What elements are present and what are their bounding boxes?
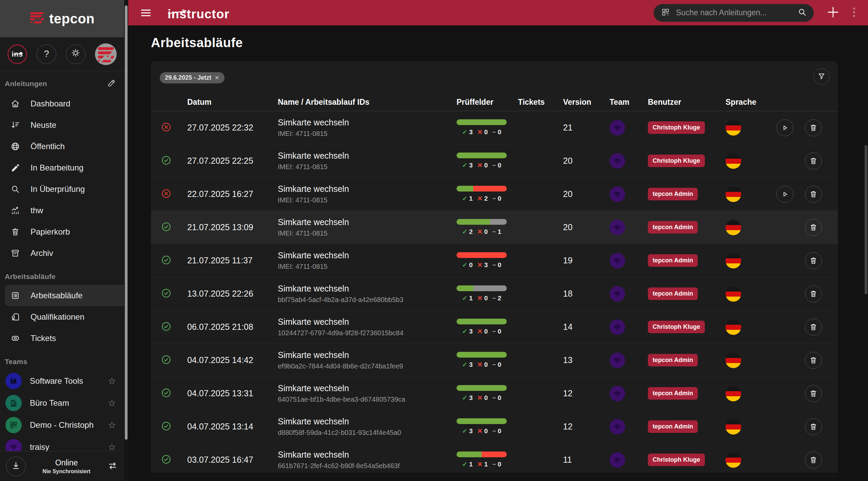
cross-icon: ✕ bbox=[477, 394, 483, 402]
page-content: Arbeitsabläufe 29.6.2025 - Jetzt ✕ Dat bbox=[128, 36, 868, 473]
stats-icon bbox=[10, 205, 20, 216]
status-ok-icon bbox=[161, 454, 171, 466]
delete-button[interactable] bbox=[805, 319, 822, 336]
table-row[interactable]: 04.07.2025 13:31 Simkarte wechseln 64075… bbox=[151, 377, 838, 410]
table-row[interactable]: 03.07.2025 16:47 Simkarte wechseln 661b7… bbox=[151, 443, 838, 477]
delete-button[interactable] bbox=[805, 452, 822, 468]
row-date: 27.07.2025 22:25 bbox=[181, 156, 272, 166]
german-flag-icon bbox=[726, 253, 741, 268]
sidebar-scrollbar[interactable] bbox=[124, 0, 128, 481]
delete-button[interactable] bbox=[805, 119, 822, 136]
settings-button[interactable] bbox=[66, 44, 85, 64]
table-row[interactable]: 21.07.2025 13:09 Simkarte wechseln IMEI:… bbox=[151, 211, 838, 244]
team-avatar bbox=[610, 186, 625, 202]
team-avatar bbox=[610, 319, 625, 335]
download-icon bbox=[11, 461, 21, 472]
delete-button[interactable] bbox=[805, 252, 822, 269]
sidebar-item-qualifikationen[interactable]: Qualifikationen bbox=[0, 306, 124, 327]
search-input[interactable] bbox=[676, 8, 791, 17]
instructor-logo-button[interactable]: ins bbox=[7, 44, 27, 64]
table-row[interactable]: 21.07.2025 11:37 Simkarte wechseln IMEI:… bbox=[151, 244, 838, 277]
sync-status: Online bbox=[26, 458, 107, 467]
team-avatar bbox=[610, 452, 625, 468]
table-row[interactable]: 27.07.2025 22:32 Simkarte wechseln IMEI:… bbox=[151, 111, 838, 144]
delete-button[interactable] bbox=[805, 352, 822, 369]
cross-icon: ✕ bbox=[477, 427, 483, 435]
row-workflow-id: ef9b0a2c-7844-4d04-8b6e-d2c74ba1fee9 bbox=[278, 362, 451, 370]
delete-button[interactable] bbox=[805, 418, 822, 435]
star-icon[interactable]: ☆ bbox=[108, 376, 116, 386]
sidebar-item-arbeitsabläufe[interactable]: Arbeitsabläufe bbox=[5, 285, 124, 306]
team-item-demo-christoph[interactable]: Demo - Christoph☆ bbox=[0, 414, 124, 436]
count-value: 0 bbox=[498, 394, 501, 402]
status-error-icon bbox=[161, 122, 171, 134]
pruffelder-counts: ✓1✕1−0 bbox=[457, 460, 507, 468]
table-row[interactable]: 27.07.2025 22:25 Simkarte wechseln IMEI:… bbox=[151, 144, 838, 178]
star-icon[interactable]: ☆ bbox=[108, 442, 116, 452]
help-button[interactable]: ? bbox=[37, 44, 56, 64]
sidebar-item-archiv[interactable]: Archiv bbox=[0, 242, 124, 264]
sidebar-item-neuste[interactable]: Neuste bbox=[0, 114, 124, 136]
column-header: Datum bbox=[181, 98, 272, 107]
table-row[interactable]: 04.07.2025 13:14 Simkarte wechseln d880f… bbox=[151, 410, 838, 443]
sidebar-item-papierkorb[interactable]: Papierkorb bbox=[0, 221, 124, 242]
card-toolbar: 29.6.2025 - Jetzt ✕ bbox=[151, 61, 838, 94]
play-button[interactable] bbox=[776, 186, 793, 203]
delete-button[interactable] bbox=[805, 186, 822, 203]
star-icon[interactable]: ☆ bbox=[108, 420, 116, 430]
pruffelder-counts: ✓3✕0−0 bbox=[457, 394, 507, 402]
bar-segment-fail bbox=[473, 186, 507, 192]
team-item-traisy[interactable]: traisy☆ bbox=[0, 436, 124, 451]
bar-segment-skip bbox=[473, 285, 507, 291]
pruffelder-progress-bar bbox=[457, 119, 507, 125]
pruffelder-progress-bar bbox=[457, 418, 507, 424]
filter-button[interactable] bbox=[813, 68, 830, 85]
team-item-software-tools[interactable]: Software Tools☆ bbox=[0, 370, 124, 392]
more-options-button[interactable] bbox=[849, 6, 859, 19]
sidebar-item-tickets[interactable]: Tickets bbox=[0, 327, 124, 349]
user-badge: Christoph Kluge bbox=[648, 454, 705, 466]
team-item-büro-team[interactable]: Büro Team☆ bbox=[0, 392, 124, 414]
table-row[interactable]: 04.07.2025 14:42 Simkarte wechseln ef9b0… bbox=[151, 344, 838, 377]
table-row[interactable]: 22.07.2025 16:27 Simkarte wechseln IMEI:… bbox=[151, 178, 838, 211]
team-name: Software Tools bbox=[30, 376, 83, 386]
sidebar-item-label: Tickets bbox=[31, 334, 56, 343]
count-value: 3 bbox=[484, 261, 488, 269]
download-button[interactable] bbox=[6, 457, 26, 476]
row-name: Simkarte wechseln bbox=[278, 417, 451, 426]
count-value: 0 bbox=[484, 361, 488, 368]
delete-button[interactable] bbox=[805, 219, 822, 236]
sidebar-item-thw[interactable]: thw bbox=[0, 200, 124, 221]
workflow-list-icon bbox=[10, 290, 20, 301]
chip-close-icon[interactable]: ✕ bbox=[215, 75, 219, 81]
search-submit-button[interactable] bbox=[797, 7, 807, 18]
sidebar-item-öffentlich[interactable]: Öffentlich bbox=[0, 136, 124, 157]
delete-button[interactable] bbox=[805, 385, 822, 402]
user-badge: tepcon Admin bbox=[648, 188, 698, 200]
star-icon[interactable]: ☆ bbox=[108, 398, 116, 408]
sync-button[interactable] bbox=[107, 460, 118, 472]
user-avatar[interactable] bbox=[95, 43, 117, 65]
row-name: Simkarte wechseln bbox=[278, 350, 451, 360]
count-value: 0 bbox=[484, 128, 488, 136]
delete-button[interactable] bbox=[805, 153, 822, 169]
date-filter-chip[interactable]: 29.6.2025 - Jetzt ✕ bbox=[160, 72, 225, 83]
hamburger-menu-button[interactable] bbox=[140, 7, 152, 19]
play-button[interactable] bbox=[776, 119, 793, 136]
sidebar-item-dashboard[interactable]: Dashboard bbox=[0, 93, 124, 114]
delete-button[interactable] bbox=[805, 285, 822, 302]
sidebar-item-in-überprüfung[interactable]: In Überprüfung bbox=[0, 178, 124, 200]
main-scrollbar-thumb[interactable] bbox=[865, 145, 867, 294]
user-badge: Christoph Kluge bbox=[648, 155, 705, 167]
pruffelder-counts: ✓3✕0−0 bbox=[457, 427, 507, 435]
pruffelder-progress-bar bbox=[457, 285, 507, 291]
edit-pencil-icon[interactable] bbox=[107, 79, 116, 89]
count-value: 3 bbox=[469, 328, 473, 335]
sidebar-item-in-bearbeitung[interactable]: In Bearbeitung bbox=[0, 157, 124, 178]
sidebar-scrollbar-thumb[interactable] bbox=[125, 5, 128, 440]
row-name: Simkarte wechseln bbox=[278, 450, 451, 460]
table-row[interactable]: 13.07.2025 22:26 Simkarte wechseln bbf75… bbox=[151, 277, 838, 310]
table-row[interactable]: 06.07.2025 21:08 Simkarte wechseln 10244… bbox=[151, 310, 838, 344]
add-button[interactable] bbox=[826, 5, 840, 20]
bar-segment-fail bbox=[457, 252, 507, 258]
